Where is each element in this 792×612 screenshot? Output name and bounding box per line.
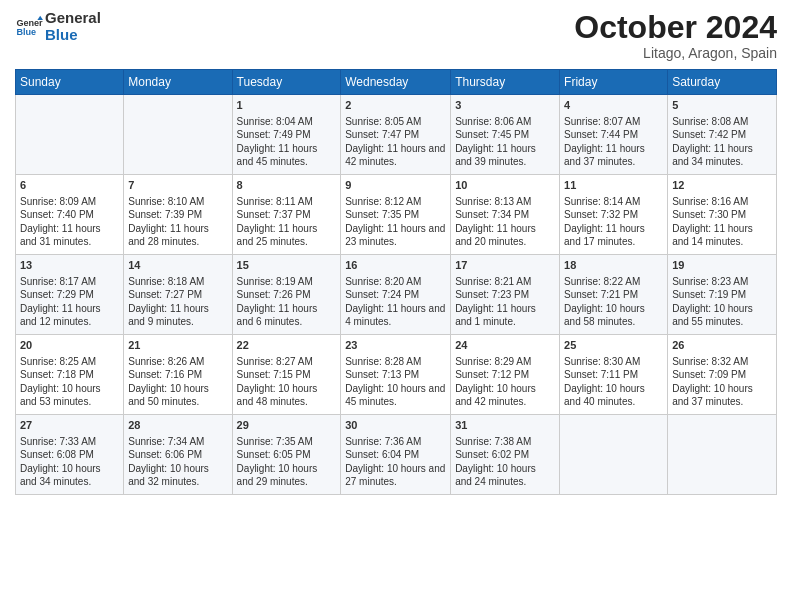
- day-number: 13: [20, 258, 119, 273]
- day-number: 11: [564, 178, 663, 193]
- logo-icon: General Blue: [15, 13, 43, 41]
- calendar-week-row: 6Sunrise: 8:09 AM Sunset: 7:40 PM Daylig…: [16, 175, 777, 255]
- day-info: Sunrise: 8:18 AM Sunset: 7:27 PM Dayligh…: [128, 275, 227, 329]
- day-info: Sunrise: 8:17 AM Sunset: 7:29 PM Dayligh…: [20, 275, 119, 329]
- day-number: 23: [345, 338, 446, 353]
- table-row: 22Sunrise: 8:27 AM Sunset: 7:15 PM Dayli…: [232, 335, 341, 415]
- table-row: [560, 415, 668, 495]
- day-info: Sunrise: 8:16 AM Sunset: 7:30 PM Dayligh…: [672, 195, 772, 249]
- header: General Blue General Blue October 2024 L…: [15, 10, 777, 61]
- day-number: 5: [672, 98, 772, 113]
- table-row: [124, 95, 232, 175]
- day-number: 30: [345, 418, 446, 433]
- table-row: 11Sunrise: 8:14 AM Sunset: 7:32 PM Dayli…: [560, 175, 668, 255]
- day-number: 20: [20, 338, 119, 353]
- day-number: 27: [20, 418, 119, 433]
- day-info: Sunrise: 8:10 AM Sunset: 7:39 PM Dayligh…: [128, 195, 227, 249]
- day-info: Sunrise: 8:27 AM Sunset: 7:15 PM Dayligh…: [237, 355, 337, 409]
- day-number: 25: [564, 338, 663, 353]
- day-number: 9: [345, 178, 446, 193]
- col-monday: Monday: [124, 70, 232, 95]
- table-row: 23Sunrise: 8:28 AM Sunset: 7:13 PM Dayli…: [341, 335, 451, 415]
- day-info: Sunrise: 7:35 AM Sunset: 6:05 PM Dayligh…: [237, 435, 337, 489]
- day-info: Sunrise: 7:36 AM Sunset: 6:04 PM Dayligh…: [345, 435, 446, 489]
- table-row: 31Sunrise: 7:38 AM Sunset: 6:02 PM Dayli…: [451, 415, 560, 495]
- table-row: [668, 415, 777, 495]
- day-number: 12: [672, 178, 772, 193]
- calendar-table: Sunday Monday Tuesday Wednesday Thursday…: [15, 69, 777, 495]
- table-row: 1Sunrise: 8:04 AM Sunset: 7:49 PM Daylig…: [232, 95, 341, 175]
- table-row: 5Sunrise: 8:08 AM Sunset: 7:42 PM Daylig…: [668, 95, 777, 175]
- day-info: Sunrise: 7:33 AM Sunset: 6:08 PM Dayligh…: [20, 435, 119, 489]
- day-number: 10: [455, 178, 555, 193]
- table-row: 10Sunrise: 8:13 AM Sunset: 7:34 PM Dayli…: [451, 175, 560, 255]
- table-row: 15Sunrise: 8:19 AM Sunset: 7:26 PM Dayli…: [232, 255, 341, 335]
- day-info: Sunrise: 8:21 AM Sunset: 7:23 PM Dayligh…: [455, 275, 555, 329]
- svg-text:Blue: Blue: [16, 27, 36, 37]
- table-row: 16Sunrise: 8:20 AM Sunset: 7:24 PM Dayli…: [341, 255, 451, 335]
- day-info: Sunrise: 8:08 AM Sunset: 7:42 PM Dayligh…: [672, 115, 772, 169]
- table-row: 24Sunrise: 8:29 AM Sunset: 7:12 PM Dayli…: [451, 335, 560, 415]
- day-number: 2: [345, 98, 446, 113]
- calendar-week-row: 13Sunrise: 8:17 AM Sunset: 7:29 PM Dayli…: [16, 255, 777, 335]
- calendar-header-row: Sunday Monday Tuesday Wednesday Thursday…: [16, 70, 777, 95]
- col-wednesday: Wednesday: [341, 70, 451, 95]
- day-info: Sunrise: 8:19 AM Sunset: 7:26 PM Dayligh…: [237, 275, 337, 329]
- day-number: 17: [455, 258, 555, 273]
- table-row: 8Sunrise: 8:11 AM Sunset: 7:37 PM Daylig…: [232, 175, 341, 255]
- col-thursday: Thursday: [451, 70, 560, 95]
- day-number: 26: [672, 338, 772, 353]
- day-info: Sunrise: 8:28 AM Sunset: 7:13 PM Dayligh…: [345, 355, 446, 409]
- day-number: 4: [564, 98, 663, 113]
- table-row: [16, 95, 124, 175]
- day-number: 1: [237, 98, 337, 113]
- table-row: 9Sunrise: 8:12 AM Sunset: 7:35 PM Daylig…: [341, 175, 451, 255]
- table-row: 3Sunrise: 8:06 AM Sunset: 7:45 PM Daylig…: [451, 95, 560, 175]
- calendar-week-row: 27Sunrise: 7:33 AM Sunset: 6:08 PM Dayli…: [16, 415, 777, 495]
- calendar-week-row: 1Sunrise: 8:04 AM Sunset: 7:49 PM Daylig…: [16, 95, 777, 175]
- day-info: Sunrise: 8:30 AM Sunset: 7:11 PM Dayligh…: [564, 355, 663, 409]
- table-row: 21Sunrise: 8:26 AM Sunset: 7:16 PM Dayli…: [124, 335, 232, 415]
- day-info: Sunrise: 7:38 AM Sunset: 6:02 PM Dayligh…: [455, 435, 555, 489]
- logo: General Blue General Blue: [15, 10, 101, 43]
- day-number: 21: [128, 338, 227, 353]
- day-number: 16: [345, 258, 446, 273]
- day-info: Sunrise: 8:32 AM Sunset: 7:09 PM Dayligh…: [672, 355, 772, 409]
- day-number: 29: [237, 418, 337, 433]
- day-number: 6: [20, 178, 119, 193]
- table-row: 12Sunrise: 8:16 AM Sunset: 7:30 PM Dayli…: [668, 175, 777, 255]
- table-row: 4Sunrise: 8:07 AM Sunset: 7:44 PM Daylig…: [560, 95, 668, 175]
- table-row: 14Sunrise: 8:18 AM Sunset: 7:27 PM Dayli…: [124, 255, 232, 335]
- title-block: October 2024 Litago, Aragon, Spain: [574, 10, 777, 61]
- table-row: 27Sunrise: 7:33 AM Sunset: 6:08 PM Dayli…: [16, 415, 124, 495]
- month-title: October 2024: [574, 10, 777, 45]
- day-number: 14: [128, 258, 227, 273]
- logo-general-text: General: [45, 10, 101, 27]
- day-info: Sunrise: 8:29 AM Sunset: 7:12 PM Dayligh…: [455, 355, 555, 409]
- page: General Blue General Blue October 2024 L…: [0, 0, 792, 612]
- table-row: 17Sunrise: 8:21 AM Sunset: 7:23 PM Dayli…: [451, 255, 560, 335]
- day-info: Sunrise: 8:04 AM Sunset: 7:49 PM Dayligh…: [237, 115, 337, 169]
- table-row: 25Sunrise: 8:30 AM Sunset: 7:11 PM Dayli…: [560, 335, 668, 415]
- day-info: Sunrise: 8:26 AM Sunset: 7:16 PM Dayligh…: [128, 355, 227, 409]
- day-info: Sunrise: 8:14 AM Sunset: 7:32 PM Dayligh…: [564, 195, 663, 249]
- table-row: 13Sunrise: 8:17 AM Sunset: 7:29 PM Dayli…: [16, 255, 124, 335]
- day-info: Sunrise: 8:13 AM Sunset: 7:34 PM Dayligh…: [455, 195, 555, 249]
- table-row: 6Sunrise: 8:09 AM Sunset: 7:40 PM Daylig…: [16, 175, 124, 255]
- day-info: Sunrise: 8:07 AM Sunset: 7:44 PM Dayligh…: [564, 115, 663, 169]
- table-row: 7Sunrise: 8:10 AM Sunset: 7:39 PM Daylig…: [124, 175, 232, 255]
- day-number: 22: [237, 338, 337, 353]
- table-row: 20Sunrise: 8:25 AM Sunset: 7:18 PM Dayli…: [16, 335, 124, 415]
- calendar-week-row: 20Sunrise: 8:25 AM Sunset: 7:18 PM Dayli…: [16, 335, 777, 415]
- day-info: Sunrise: 8:06 AM Sunset: 7:45 PM Dayligh…: [455, 115, 555, 169]
- day-number: 24: [455, 338, 555, 353]
- day-info: Sunrise: 8:22 AM Sunset: 7:21 PM Dayligh…: [564, 275, 663, 329]
- day-number: 15: [237, 258, 337, 273]
- logo-blue-text: Blue: [45, 27, 101, 44]
- day-info: Sunrise: 8:25 AM Sunset: 7:18 PM Dayligh…: [20, 355, 119, 409]
- table-row: 28Sunrise: 7:34 AM Sunset: 6:06 PM Dayli…: [124, 415, 232, 495]
- table-row: 29Sunrise: 7:35 AM Sunset: 6:05 PM Dayli…: [232, 415, 341, 495]
- table-row: 19Sunrise: 8:23 AM Sunset: 7:19 PM Dayli…: [668, 255, 777, 335]
- day-number: 18: [564, 258, 663, 273]
- table-row: 2Sunrise: 8:05 AM Sunset: 7:47 PM Daylig…: [341, 95, 451, 175]
